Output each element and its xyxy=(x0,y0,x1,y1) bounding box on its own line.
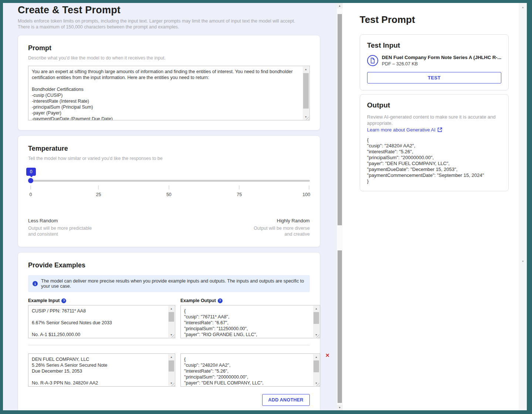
tick-label-50: 50 xyxy=(166,192,172,197)
example-output-2-textarea[interactable]: { "cusip": "24820# AA2", "interestRate":… xyxy=(181,354,320,386)
example-output-1-textarea[interactable]: { "cusip": "76711* AA8", "interestRate":… xyxy=(181,305,320,338)
scrollbar-thumb[interactable] xyxy=(169,312,174,322)
example-input-2-scrollbar[interactable]: ▲ ▼ xyxy=(168,354,174,386)
tick-mark-100 xyxy=(309,185,309,189)
example-row-1: Example Input ? CUSIP / PPN: 76711* AA8 … xyxy=(28,298,310,338)
highly-random-title: Highly Random xyxy=(245,218,310,223)
page-subtitle: Models enforce token limits on prompts, … xyxy=(18,18,320,30)
generative-ai-link[interactable]: Learn more about Generative AI xyxy=(367,127,501,133)
less-random-note: Less Random Output will be more predicta… xyxy=(28,218,93,237)
scroll-up-icon[interactable]: ▲ xyxy=(519,4,527,10)
generative-ai-link-text[interactable]: Learn more about Generative AI xyxy=(367,127,436,133)
scrollbar-thumb[interactable] xyxy=(338,250,342,403)
page-title: Create & Test Prompt xyxy=(18,4,320,16)
tick-label-75: 75 xyxy=(237,192,242,197)
scroll-up-icon[interactable]: ▲ xyxy=(168,354,174,360)
scroll-down-icon[interactable]: ▼ xyxy=(337,405,343,410)
example-output-label: Example Output ? xyxy=(180,298,320,303)
scrollbar-thumb[interactable] xyxy=(338,14,342,225)
help-icon[interactable]: ? xyxy=(61,298,66,303)
provide-examples-card: Provide Examples i The model can deliver… xyxy=(18,252,320,410)
example-input-2-wrap: DEN FUEL COMPANY, LLC 5.26% Series A Sen… xyxy=(28,353,175,387)
test-prompt-title: Test Prompt xyxy=(360,14,509,25)
prompt-card-title: Prompt xyxy=(28,44,310,52)
provide-examples-title: Provide Examples xyxy=(28,261,310,269)
highly-random-sub: Output will be more diverse and creative xyxy=(245,225,310,237)
create-test-prompt-panel: Create & Test Prompt Models enforce toke… xyxy=(3,3,337,410)
scrollbar-thumb[interactable] xyxy=(314,312,319,324)
example-output-2-scrollbar[interactable]: ▲ ▼ xyxy=(313,354,319,386)
output-disclaimer: Review AI-generated content to make sure… xyxy=(367,114,501,126)
prompt-textarea-wrap: You are an expert at sifting through lar… xyxy=(28,66,310,120)
example-input-2-textarea[interactable]: DEN FUEL COMPANY, LLC 5.26% Series A Sen… xyxy=(28,354,175,386)
examples-info-text: The model can deliver more precise resul… xyxy=(41,278,305,289)
scroll-up-icon[interactable]: ▲ xyxy=(313,354,319,360)
example-input-label: Example Input ? xyxy=(28,298,175,303)
tick-mark-75 xyxy=(239,185,240,189)
test-button[interactable]: TEST xyxy=(367,72,501,83)
subtitle-line-2: There is a maximum of 150,000 characters… xyxy=(18,24,320,30)
example-output-1-scrollbar[interactable]: ▲ ▼ xyxy=(313,306,319,338)
tick-label-100: 100 xyxy=(302,192,310,197)
example-input-1-scrollbar[interactable]: ▲ ▼ xyxy=(168,306,174,338)
example-output-label-text: Example Output xyxy=(180,298,216,303)
scrollbar-thumb[interactable] xyxy=(314,360,319,372)
examples-info-banner: i The model can deliver more precise res… xyxy=(28,275,310,292)
example-output-1-wrap: { "cusip": "76711* AA8", "interestRate":… xyxy=(180,305,320,338)
scroll-up-icon[interactable]: ▲ xyxy=(313,306,319,311)
prompt-scrollbar[interactable]: ▲ ▼ xyxy=(303,66,309,120)
temperature-slider-track[interactable] xyxy=(28,180,310,182)
example-input-1-textarea[interactable]: CUSIP / PPN: 76711* AA8 6.67% Senior Sec… xyxy=(28,305,175,338)
test-prompt-panel: Test Prompt Test Input DEN Fuel Company … xyxy=(343,3,519,410)
test-input-file-row: DEN Fuel Company Form Note Series A (JHL… xyxy=(367,55,501,66)
panel-scrollbar[interactable]: ▲ ▼ xyxy=(337,3,343,410)
highly-random-note: Highly Random Output will be more divers… xyxy=(245,218,310,237)
temperature-slider: 0 0 25 50 75 100 xyxy=(28,168,310,208)
output-card: Output Review AI-generated content to ma… xyxy=(360,94,509,191)
add-another-button[interactable]: ADD ANOTHER xyxy=(262,394,310,406)
external-link-icon xyxy=(437,127,442,132)
example-output-2-wrap: { "cusip": "24820# AA2", "interestRate":… xyxy=(180,353,320,387)
temperature-slider-thumb[interactable] xyxy=(28,178,33,183)
tick-mark-0 xyxy=(31,185,31,189)
less-random-title: Less Random xyxy=(28,218,93,223)
app-frame: Create & Test Prompt Models enforce toke… xyxy=(3,3,527,410)
example-row-2: DEN FUEL COMPANY, LLC 5.26% Series A Sen… xyxy=(28,351,310,387)
temperature-card-title: Temperature xyxy=(28,145,310,153)
scroll-up-icon[interactable]: ▲ xyxy=(337,3,343,8)
temperature-notes: Less Random Output will be more predicta… xyxy=(28,218,310,237)
temperature-card: Temperature Tell the model how similar o… xyxy=(18,136,320,247)
example-input-label-text: Example Input xyxy=(28,298,60,303)
output-json: { "cusip": "24820# AA2", "interestRate":… xyxy=(367,137,501,184)
document-icon xyxy=(367,55,378,66)
test-input-file-name: DEN Fuel Company Form Note Series A (JHL… xyxy=(382,55,501,60)
temperature-value-bubble: 0 xyxy=(26,168,36,176)
scrollbar-thumb[interactable] xyxy=(303,73,309,109)
example-input-1-wrap: CUSIP / PPN: 76711* AA8 6.67% Senior Sec… xyxy=(28,305,175,338)
prompt-textarea[interactable]: You are an expert at sifting through lar… xyxy=(28,66,309,120)
tick-label-0: 0 xyxy=(30,192,32,197)
help-icon[interactable]: ? xyxy=(218,298,223,303)
less-random-sub: Output will be more predictable and cons… xyxy=(28,225,93,237)
prompt-card: Prompt Describe what you'd like the mode… xyxy=(18,35,320,130)
delete-example-button[interactable]: ✕ xyxy=(325,351,330,387)
scroll-up-icon[interactable]: ▲ xyxy=(303,66,309,72)
scroll-up-icon[interactable]: ▲ xyxy=(168,306,174,311)
tick-label-25: 25 xyxy=(96,192,101,197)
prompt-card-description: Describe what you'd like the model to do… xyxy=(28,55,310,61)
temperature-card-description: Tell the model how similar or varied you… xyxy=(28,156,310,161)
test-input-card: Test Input DEN Fuel Company Form Note Se… xyxy=(360,34,509,90)
info-icon: i xyxy=(33,281,38,286)
scrollbar-thumb[interactable] xyxy=(169,360,174,372)
subtitle-line-1: Models enforce token limits on prompts, … xyxy=(18,18,320,24)
output-title: Output xyxy=(367,101,501,109)
test-input-title: Test Input xyxy=(367,41,501,49)
tick-mark-50 xyxy=(169,185,169,189)
example-divider xyxy=(28,345,310,345)
tick-mark-25 xyxy=(98,185,99,189)
scroll-down-icon[interactable]: ▼ xyxy=(519,259,527,264)
page-scrollbar[interactable]: ▲ ▼ xyxy=(519,3,527,410)
test-input-file-meta: PDF – 326.07 KB xyxy=(382,61,501,66)
